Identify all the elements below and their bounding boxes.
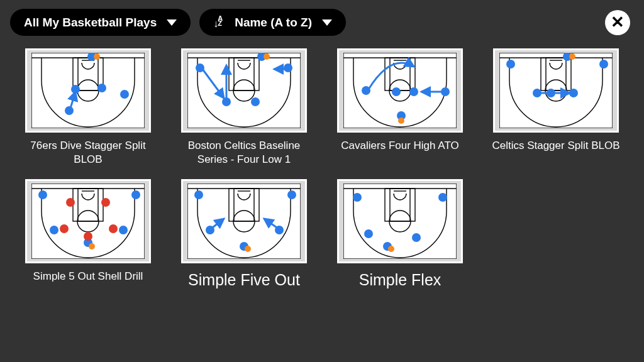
svg-point-20 bbox=[196, 63, 204, 72]
play-thumbnail bbox=[337, 48, 463, 133]
svg-point-47 bbox=[547, 89, 555, 97]
svg-point-72 bbox=[194, 190, 203, 199]
sort-label: Name (A to Z) bbox=[235, 16, 312, 30]
svg-point-75 bbox=[275, 226, 284, 234]
play-card[interactable]: Simple Five Out bbox=[172, 179, 316, 290]
top-bar: All My Basketball Plays ↓AZ Name (A to Z… bbox=[0, 0, 644, 40]
filter-label: All My Basketball Plays bbox=[24, 16, 157, 30]
svg-point-11 bbox=[65, 106, 74, 115]
svg-point-30 bbox=[362, 86, 370, 95]
play-thumbnail bbox=[337, 179, 463, 263]
chevron-down-icon bbox=[167, 19, 177, 26]
svg-point-46 bbox=[533, 89, 541, 97]
svg-point-84 bbox=[353, 193, 362, 202]
svg-point-22 bbox=[222, 97, 231, 106]
svg-point-45 bbox=[599, 60, 608, 69]
svg-point-87 bbox=[412, 233, 421, 242]
svg-point-64 bbox=[84, 232, 92, 241]
svg-point-9 bbox=[97, 84, 106, 92]
chevron-down-icon bbox=[322, 19, 332, 26]
play-card[interactable]: Simple 5 Out Shell Drill bbox=[16, 179, 160, 290]
svg-point-86 bbox=[364, 229, 373, 238]
svg-point-58 bbox=[101, 198, 110, 207]
play-thumbnail bbox=[181, 48, 307, 133]
play-title: 76ers Dive Stagger Split BLOB bbox=[19, 139, 157, 167]
sort-icon: ↓AZ bbox=[213, 16, 222, 30]
svg-point-77 bbox=[245, 246, 251, 252]
play-title: Simple Flex bbox=[359, 270, 441, 290]
play-title: Simple 5 Out Shell Drill bbox=[33, 270, 143, 283]
svg-point-31 bbox=[392, 87, 401, 96]
svg-point-62 bbox=[109, 224, 118, 233]
svg-point-7 bbox=[94, 53, 100, 60]
svg-point-48 bbox=[569, 89, 578, 97]
play-card[interactable]: Cavaliers Four High ATO bbox=[328, 48, 472, 167]
play-thumbnail bbox=[25, 48, 151, 133]
svg-point-32 bbox=[409, 87, 418, 96]
svg-point-43 bbox=[569, 53, 575, 60]
svg-point-10 bbox=[120, 90, 129, 99]
svg-point-57 bbox=[66, 198, 75, 207]
svg-point-44 bbox=[506, 60, 515, 69]
filter-dropdown[interactable]: All My Basketball Plays bbox=[10, 9, 191, 36]
svg-point-89 bbox=[388, 246, 394, 252]
plays-grid: 76ers Dive Stagger Split BLOB Boston Cel… bbox=[0, 40, 644, 299]
sort-dropdown[interactable]: ↓AZ Name (A to Z) bbox=[199, 9, 346, 36]
play-title: Boston Celtics Baseline Series - Four Lo… bbox=[175, 139, 313, 167]
play-title: Cavaliers Four High ATO bbox=[341, 139, 458, 153]
close-button[interactable]: ✕ bbox=[605, 10, 630, 35]
svg-point-65 bbox=[89, 243, 95, 250]
svg-point-85 bbox=[438, 193, 447, 202]
play-card[interactable]: Celtics Stagger Split BLOB bbox=[484, 48, 628, 167]
play-title: Simple Five Out bbox=[188, 270, 300, 290]
svg-point-73 bbox=[287, 190, 296, 199]
svg-point-56 bbox=[131, 190, 140, 199]
svg-point-8 bbox=[71, 85, 80, 94]
play-thumbnail bbox=[25, 179, 151, 263]
svg-point-74 bbox=[206, 226, 214, 234]
close-icon: ✕ bbox=[611, 13, 625, 32]
play-title: Celtics Stagger Split BLOB bbox=[492, 139, 619, 153]
play-thumbnail bbox=[181, 179, 307, 263]
play-card[interactable]: 76ers Dive Stagger Split BLOB bbox=[16, 48, 160, 167]
svg-point-55 bbox=[38, 190, 47, 199]
play-card[interactable]: Simple Flex bbox=[328, 179, 472, 290]
svg-point-33 bbox=[441, 87, 450, 96]
svg-point-21 bbox=[284, 63, 292, 72]
svg-point-60 bbox=[60, 224, 69, 233]
svg-point-19 bbox=[264, 53, 270, 60]
play-thumbnail bbox=[493, 48, 619, 133]
play-card[interactable]: Boston Celtics Baseline Series - Four Lo… bbox=[172, 48, 316, 167]
svg-point-23 bbox=[251, 97, 260, 106]
svg-point-35 bbox=[398, 118, 404, 124]
svg-point-59 bbox=[50, 226, 58, 234]
svg-point-61 bbox=[119, 226, 128, 234]
